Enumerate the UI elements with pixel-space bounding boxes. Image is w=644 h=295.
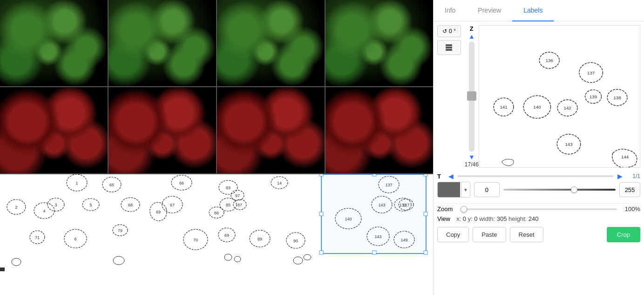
color-controls-row: ▼ 0 255 <box>437 182 640 198</box>
tabs: Info Preview Labels <box>434 0 644 21</box>
tab-info[interactable]: Info <box>434 0 467 21</box>
t-label: T <box>437 173 445 180</box>
image-cell-r4 <box>325 87 433 173</box>
tab-labels[interactable]: Labels <box>512 0 554 21</box>
crop-button[interactable]: Crop <box>607 227 640 242</box>
image-cell-g1 <box>0 0 108 86</box>
rotate-button[interactable]: ↺ 0 ° <box>437 25 461 37</box>
svg-text:137: 137 <box>587 70 595 75</box>
z-preview-row: ↺ 0 ° Z ▲ <box>437 25 640 168</box>
svg-point-61 <box>12 258 21 266</box>
zoom-slider-thumb[interactable] <box>461 206 467 213</box>
copy-button[interactable]: Copy <box>437 227 469 242</box>
svg-text:65: 65 <box>109 183 114 187</box>
right-panel: Info Preview Labels ↺ 0 ° <box>433 0 644 295</box>
layers-button[interactable] <box>437 40 461 55</box>
brightness-max-value: 255 <box>619 182 640 197</box>
svg-text:71: 71 <box>35 235 40 240</box>
svg-rect-60 <box>0 268 5 271</box>
image-cell-r2 <box>108 87 216 173</box>
layers-icon <box>445 43 453 52</box>
svg-text:90: 90 <box>293 239 298 243</box>
x-value: 0 <box>463 215 466 222</box>
z-up-icon[interactable]: ▲ <box>468 33 475 40</box>
svg-point-65 <box>293 257 303 264</box>
paste-button[interactable]: Paste <box>473 227 506 242</box>
panel-content: ↺ 0 ° Z ▲ <box>434 21 644 295</box>
y-value: 0 <box>474 215 477 222</box>
t-right-icon[interactable]: ▶ <box>617 172 623 180</box>
y-label: y: <box>468 215 475 222</box>
svg-rect-74 <box>373 251 376 254</box>
brightness-slider-container <box>503 182 616 197</box>
svg-text:87: 87 <box>237 203 242 207</box>
svg-rect-67 <box>321 174 426 254</box>
svg-text:83: 83 <box>226 185 230 190</box>
svg-text:67: 67 <box>170 203 175 207</box>
t-left-icon[interactable]: ◀ <box>448 172 454 180</box>
svg-point-66 <box>304 254 311 260</box>
image-cell-r1 <box>0 87 108 173</box>
svg-text:69: 69 <box>156 210 161 214</box>
svg-text:79: 79 <box>118 228 122 233</box>
brightness-slider-track[interactable] <box>503 189 616 191</box>
svg-text:89: 89 <box>258 237 262 241</box>
svg-text:139: 139 <box>590 94 597 99</box>
brightness-slider-thumb[interactable] <box>571 186 577 193</box>
width-value: 305 <box>497 215 507 222</box>
t-slider-track[interactable] <box>457 175 614 177</box>
color-swatch-button[interactable]: ▼ <box>437 182 470 198</box>
reset-button[interactable]: Reset <box>510 227 543 242</box>
svg-text:138: 138 <box>613 95 621 100</box>
svg-text:141: 141 <box>500 104 507 110</box>
svg-text:14: 14 <box>277 181 282 185</box>
image-cell-g4 <box>325 0 433 86</box>
height-label: height: <box>508 215 529 222</box>
tab-preview[interactable]: Preview <box>467 0 512 21</box>
preview-svg: 136 137 138 139 140 141 142 <box>479 26 640 167</box>
z-slider-container: Z ▲ ▼ 17/46 <box>465 25 479 168</box>
label-svg: 1 2 3 4 5 6 71 65 66 68 <box>0 174 433 295</box>
z-down-icon[interactable]: ▼ <box>468 154 475 160</box>
z-slider-area: Z ▲ ▼ 17/46 136 137 <box>465 25 640 168</box>
svg-text:69: 69 <box>224 233 229 238</box>
label-area[interactable]: 1 2 3 4 5 6 71 65 66 68 <box>0 174 433 295</box>
view-label: View <box>437 215 454 222</box>
zoom-slider-track[interactable] <box>461 208 617 210</box>
z-position: 17/46 <box>465 161 479 168</box>
svg-text:70: 70 <box>193 238 198 242</box>
svg-rect-71 <box>319 212 323 216</box>
t-value: 1/1 <box>626 173 640 179</box>
z-controls: ↺ 0 ° <box>437 25 461 168</box>
view-coords: x: 0 y: 0 width: 305 height: 240 <box>456 215 640 222</box>
svg-rect-75 <box>424 251 427 254</box>
svg-text:144: 144 <box>621 154 629 159</box>
color-swatch <box>438 182 460 197</box>
x-label: x: <box>456 215 463 222</box>
height-value: 240 <box>529 215 539 222</box>
svg-text:2: 2 <box>15 205 17 210</box>
svg-rect-69 <box>373 174 376 176</box>
svg-text:142: 142 <box>563 105 571 110</box>
svg-point-64 <box>234 256 241 262</box>
z-slider-thumb[interactable] <box>467 91 476 101</box>
brightness-min-input[interactable]: 0 <box>474 182 500 197</box>
image-cell-r3 <box>217 87 325 173</box>
color-dropdown-arrow[interactable]: ▼ <box>461 182 470 197</box>
image-grid <box>0 0 433 174</box>
z-slider-track[interactable] <box>469 41 475 152</box>
svg-point-62 <box>113 256 124 265</box>
zoom-row: Zoom 100% <box>437 206 640 213</box>
svg-text:5: 5 <box>89 203 92 207</box>
z-label: Z <box>470 25 474 32</box>
svg-text:97: 97 <box>235 193 240 198</box>
svg-rect-72 <box>424 212 427 216</box>
svg-text:85: 85 <box>226 203 230 207</box>
zoom-value: 100% <box>622 206 640 213</box>
svg-rect-70 <box>424 174 427 176</box>
svg-point-63 <box>224 254 232 261</box>
svg-rect-76 <box>446 44 452 46</box>
svg-rect-78 <box>446 49 452 51</box>
svg-text:4: 4 <box>43 209 45 213</box>
svg-text:66: 66 <box>179 181 184 185</box>
